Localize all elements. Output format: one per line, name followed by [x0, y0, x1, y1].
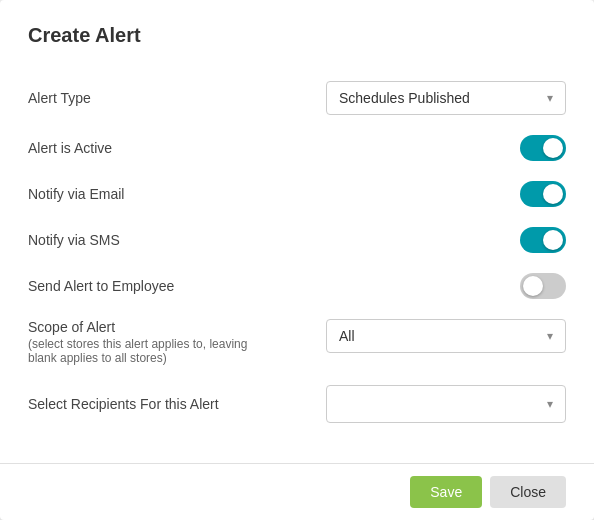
modal-footer: Save Close — [0, 464, 594, 520]
alert-type-label: Alert Type — [28, 90, 91, 106]
alert-active-row: Alert is Active — [28, 125, 566, 171]
alert-active-label: Alert is Active — [28, 140, 112, 156]
notify-email-control — [326, 181, 566, 207]
notify-email-toggle[interactable] — [520, 181, 566, 207]
toggle-thumb-active — [543, 138, 563, 158]
scope-dropdown[interactable]: All ▾ — [326, 319, 566, 353]
recipients-row: Select Recipients For this Alert ▾ — [28, 375, 566, 433]
send-alert-row: Send Alert to Employee — [28, 263, 566, 309]
toggle-thumb-sms — [543, 230, 563, 250]
alert-active-toggle[interactable] — [520, 135, 566, 161]
scope-label: Scope of Alert — [28, 319, 268, 335]
scope-control: All ▾ — [326, 319, 566, 353]
alert-type-chevron-icon: ▾ — [547, 91, 553, 105]
notify-email-label: Notify via Email — [28, 186, 124, 202]
recipients-control: ▾ — [326, 385, 566, 423]
send-alert-label: Send Alert to Employee — [28, 278, 174, 294]
scope-chevron-icon: ▾ — [547, 329, 553, 343]
recipients-chevron-icon: ▾ — [547, 397, 553, 411]
alert-type-control: Schedules Published ▾ — [326, 81, 566, 115]
alert-active-control — [326, 135, 566, 161]
alert-type-dropdown[interactable]: Schedules Published ▾ — [326, 81, 566, 115]
notify-email-row: Notify via Email — [28, 171, 566, 217]
modal-title: Create Alert — [28, 24, 566, 47]
recipients-label: Select Recipients For this Alert — [28, 396, 219, 412]
toggle-thumb-send — [523, 276, 543, 296]
toggle-thumb-email — [543, 184, 563, 204]
scope-label-wrapper: Scope of Alert (select stores this alert… — [28, 319, 268, 365]
notify-sms-label: Notify via SMS — [28, 232, 120, 248]
scope-row: Scope of Alert (select stores this alert… — [28, 309, 566, 375]
recipients-dropdown[interactable]: ▾ — [326, 385, 566, 423]
close-button[interactable]: Close — [490, 476, 566, 508]
send-alert-toggle[interactable] — [520, 273, 566, 299]
send-alert-control — [326, 273, 566, 299]
create-alert-modal: Create Alert Alert Type Schedules Publis… — [0, 0, 594, 520]
notify-sms-row: Notify via SMS — [28, 217, 566, 263]
save-button[interactable]: Save — [410, 476, 482, 508]
notify-sms-control — [326, 227, 566, 253]
alert-type-row: Alert Type Schedules Published ▾ — [28, 71, 566, 125]
scope-sublabel: (select stores this alert applies to, le… — [28, 337, 268, 365]
scope-value: All — [339, 328, 355, 344]
notify-sms-toggle[interactable] — [520, 227, 566, 253]
alert-type-value: Schedules Published — [339, 90, 470, 106]
